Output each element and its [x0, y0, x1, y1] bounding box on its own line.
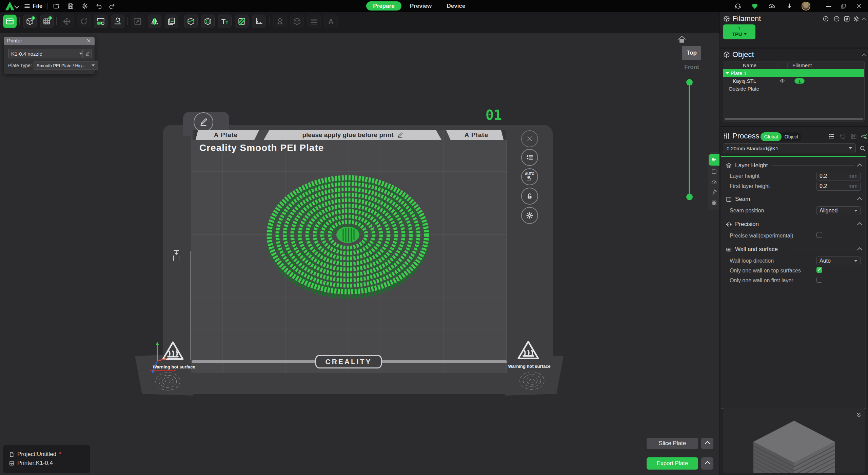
- expand-caret-icon[interactable]: [726, 72, 729, 74]
- seam-paint-button[interactable]: [290, 15, 304, 28]
- section-seam[interactable]: Seam: [726, 196, 750, 203]
- mirror-tool-button[interactable]: [148, 15, 161, 28]
- printer-select[interactable]: K1-0.4 nozzle: [8, 49, 85, 58]
- settings-gear-icon[interactable]: [81, 3, 88, 10]
- auto-arrange-button[interactable]: [94, 15, 107, 28]
- input-value[interactable]: 0.2: [820, 173, 848, 179]
- undo-icon[interactable]: [96, 3, 102, 10]
- home-view-icon[interactable]: [677, 35, 687, 45]
- plate-close-button[interactable]: [521, 130, 538, 147]
- letter-emboss-button[interactable]: A: [324, 15, 338, 28]
- logo-menu-chevron-icon[interactable]: [14, 3, 20, 9]
- move-tool-button[interactable]: [60, 15, 74, 28]
- slice-options-button[interactable]: [701, 438, 713, 449]
- file-menu[interactable]: File: [33, 3, 42, 10]
- window-minimize-button[interactable]: [825, 2, 833, 10]
- filament-slot-1[interactable]: 1 TPU: [723, 24, 755, 39]
- plate-tab-a-right[interactable]: A Plate: [446, 130, 507, 140]
- support-tool-button[interactable]: [273, 15, 287, 28]
- rotate-tool-button[interactable]: [77, 15, 91, 28]
- process-list-icon[interactable]: [828, 133, 835, 140]
- text-tool-button[interactable]: TT: [218, 15, 232, 28]
- add-plate-button[interactable]: [40, 15, 54, 28]
- process-save-icon[interactable]: [850, 133, 857, 140]
- remove-filament-icon[interactable]: [833, 16, 840, 22]
- window-restore-button[interactable]: [840, 3, 846, 9]
- paint-tool-button[interactable]: [235, 15, 249, 28]
- seam-position-select[interactable]: Aligned: [816, 206, 861, 215]
- layer-slider-track[interactable]: [689, 82, 690, 197]
- save-icon[interactable]: [67, 3, 74, 10]
- user-avatar[interactable]: [802, 2, 810, 11]
- printer-edit-button[interactable]: [82, 49, 92, 58]
- only-one-wall-first-layer-checkbox[interactable]: [816, 277, 822, 283]
- preset-select[interactable]: 0.20mm Standard@K1: [723, 143, 856, 153]
- printer-panel-close-icon[interactable]: [86, 38, 91, 43]
- section-precision[interactable]: Precision: [726, 221, 759, 228]
- only-one-wall-top-checkbox[interactable]: [816, 267, 822, 273]
- plate-settings-gear-button[interactable]: [521, 207, 538, 224]
- category-quality-tab[interactable]: [709, 154, 719, 166]
- flow-lines-button[interactable]: [307, 15, 321, 28]
- model-kayis-stl[interactable]: [264, 170, 431, 305]
- scale-tool-button[interactable]: [131, 15, 144, 28]
- layer-slider-handle-bottom[interactable]: [686, 194, 693, 200]
- slice-plate-button[interactable]: Slice Plate: [647, 438, 698, 449]
- filament-settings-gear-icon[interactable]: [853, 16, 860, 22]
- clone-tool-button[interactable]: [165, 15, 178, 28]
- viewcube-front[interactable]: Front: [682, 61, 701, 73]
- category-speed-icon[interactable]: [711, 178, 717, 185]
- app-logo-icon[interactable]: [5, 1, 15, 11]
- category-support-icon[interactable]: [711, 189, 717, 195]
- window-close-button[interactable]: [856, 3, 862, 9]
- process-compare-icon[interactable]: [861, 133, 867, 140]
- plate-auto-arrange-button[interactable]: AUTO: [521, 168, 538, 185]
- plate-settings-button[interactable]: [3, 15, 17, 28]
- preset-search-icon[interactable]: [859, 145, 866, 152]
- boolean-tool-button[interactable]: [201, 15, 215, 28]
- plate-lock-button[interactable]: [521, 188, 538, 205]
- sync-filament-icon[interactable]: [844, 16, 850, 22]
- precise-wall-checkbox[interactable]: [816, 232, 822, 238]
- tab-preview[interactable]: Preview: [406, 1, 436, 11]
- plate-glue-notice[interactable]: please apply glue before print: [264, 130, 441, 140]
- support-headset-icon[interactable]: [734, 3, 741, 10]
- plate-rename-button[interactable]: [194, 112, 213, 132]
- section-layer-height[interactable]: Layer Height: [726, 162, 768, 169]
- export-plate-button[interactable]: Export Plate: [647, 457, 698, 470]
- scope-object[interactable]: Object: [782, 132, 801, 141]
- tab-prepare[interactable]: Prepare: [366, 1, 401, 11]
- open-file-icon[interactable]: [53, 3, 60, 10]
- download-icon[interactable]: [786, 3, 793, 10]
- redo-icon[interactable]: [108, 3, 115, 10]
- cloud-favorite-icon[interactable]: [751, 3, 758, 10]
- category-others-icon[interactable]: [711, 200, 717, 206]
- scope-global[interactable]: Global: [761, 132, 782, 141]
- menu-hamburger-icon[interactable]: [24, 3, 31, 10]
- add-model-button[interactable]: [23, 15, 37, 28]
- cloud-upload-icon[interactable]: [768, 3, 775, 10]
- category-strength-icon[interactable]: [711, 168, 717, 175]
- object-table-scrollbar[interactable]: [725, 118, 863, 120]
- layer-height-input[interactable]: 0.2mm: [816, 172, 861, 180]
- object-row-outside[interactable]: Outside Plate: [723, 85, 864, 93]
- object-row-model[interactable]: Kayış.STL 1: [723, 77, 864, 85]
- plate-type-select[interactable]: Smooth PEI Plate / Hig...: [34, 61, 98, 70]
- input-value[interactable]: 0.2: [820, 183, 848, 189]
- section-wall-surface[interactable]: Wall and surface: [726, 246, 778, 253]
- wall-loop-direction-select[interactable]: Auto: [816, 256, 861, 265]
- add-filament-icon[interactable]: [823, 16, 829, 22]
- filament-badge[interactable]: 1: [794, 78, 805, 84]
- visibility-eye-icon[interactable]: [780, 78, 785, 83]
- object-row-plate1[interactable]: Plate 1: [723, 69, 864, 77]
- lay-on-face-button[interactable]: [111, 15, 124, 28]
- plate-list-button[interactable]: [521, 149, 538, 166]
- printer-panel-header[interactable]: Printer: [4, 37, 95, 45]
- layer-slider-handle-top[interactable]: [686, 79, 693, 86]
- plate-preview-panel[interactable]: [723, 408, 865, 473]
- cut-tool-button[interactable]: [184, 15, 198, 28]
- process-reset-icon[interactable]: [840, 133, 846, 140]
- viewcube-top[interactable]: Top: [682, 46, 701, 60]
- tab-device[interactable]: Device: [441, 1, 471, 11]
- first-layer-height-input[interactable]: 0.2mm: [816, 182, 861, 191]
